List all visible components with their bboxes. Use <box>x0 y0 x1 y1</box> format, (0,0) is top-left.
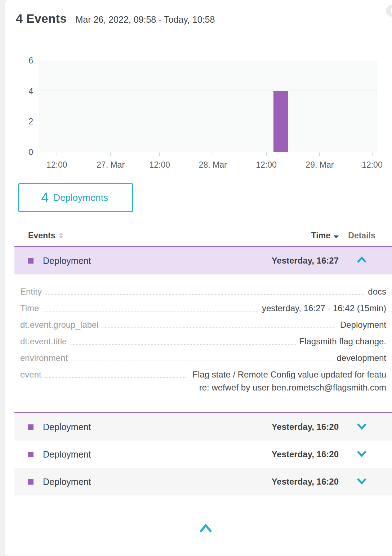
detail-value: Flag state / Remote Config value updated… <box>190 368 386 394</box>
x-axis-tick-label: 12:00 <box>34 160 80 170</box>
x-axis-tick-label: 12:00 <box>349 160 392 170</box>
detail-value: Deployment <box>340 318 386 331</box>
detail-row: Timeyesterday, 16:27 - 16:42 (15min) <box>20 302 386 315</box>
x-axis-tick-label: 29. Mar <box>296 160 343 170</box>
detail-row: environmentdevelopment <box>20 352 386 365</box>
event-type-label: Deployment <box>43 477 249 487</box>
page-title: 4 Events <box>16 12 67 26</box>
collapse-list-button[interactable] <box>198 523 214 535</box>
deployment-marker-icon <box>28 424 34 430</box>
chevron-down-icon[interactable] <box>339 423 385 431</box>
dotted-leader <box>43 302 258 312</box>
deployments-swatch-icon <box>26 190 35 205</box>
y-axis-tick-label: 4 <box>17 87 33 96</box>
column-header-details: Details <box>339 231 385 241</box>
event-time: Yesterday, 16:20 <box>249 422 339 432</box>
event-type-label: Deployment <box>43 256 249 266</box>
y-axis-tick-label: 2 <box>17 117 33 127</box>
detail-label: event <box>20 368 41 381</box>
events-bar-chart <box>39 61 377 152</box>
deployment-marker-icon <box>28 479 34 485</box>
event-row[interactable]: DeploymentYesterday, 16:20 <box>14 413 392 441</box>
detail-row: Entitydocs <box>20 285 386 298</box>
x-axis-tick-label: 28. Mar <box>190 160 236 170</box>
event-row-expanded[interactable]: Deployment Yesterday, 16:27 <box>14 247 392 274</box>
detail-row: dt.event.titleFlagsmith flag change. <box>20 335 386 348</box>
x-axis-tick-label: 12:00 <box>136 160 183 170</box>
x-axis-tick-label: 12:00 <box>243 160 290 170</box>
detail-label: Time <box>20 302 39 315</box>
table-header-row: Events Time Details <box>14 225 392 246</box>
date-range: Mar 26, 2022, 09:58 - Today, 10:58 <box>75 14 215 25</box>
event-row[interactable]: DeploymentYesterday, 16:20 <box>14 468 392 495</box>
chevron-down-icon[interactable] <box>339 450 385 459</box>
sort-desc-icon <box>334 235 339 238</box>
dotted-leader <box>45 285 364 295</box>
event-time: Yesterday, 16:27 <box>249 256 339 266</box>
dotted-leader <box>102 318 337 328</box>
y-axis-tick-label: 0 <box>17 147 33 157</box>
event-row[interactable]: DeploymentYesterday, 16:20 <box>14 441 392 468</box>
event-time: Yesterday, 16:20 <box>249 449 339 459</box>
event-type-label: Deployment <box>43 449 249 460</box>
column-header-time[interactable]: Time <box>249 231 339 241</box>
detail-label: dt.event.group_label <box>20 318 99 331</box>
chevron-up-icon[interactable] <box>339 256 385 265</box>
detail-value: Flagsmith flag change. <box>299 335 386 348</box>
legend-count: 4 <box>41 190 49 206</box>
detail-value: development <box>337 352 386 365</box>
bar-deployments[interactable] <box>273 91 288 152</box>
deployment-marker-icon <box>28 258 34 264</box>
panel-header: 4 Events Mar 26, 2022, 09:58 - Today, 10… <box>16 12 215 26</box>
detail-label: dt.event.title <box>20 335 67 348</box>
events-table: Events Time Details Deployment Yesterday… <box>14 225 392 495</box>
events-header-label: Events <box>28 231 55 241</box>
time-header-label: Time <box>311 231 330 240</box>
legend-label: Deployments <box>53 192 108 203</box>
detail-value: yesterday, 16:27 - 16:42 (15min) <box>262 302 386 315</box>
event-type-label: Deployment <box>43 422 249 432</box>
y-axis-tick-label: 6 <box>17 56 33 66</box>
dotted-leader <box>70 335 295 345</box>
detail-value: docs <box>368 285 386 298</box>
dotted-leader <box>45 368 186 378</box>
expanded-event-group: Deployment Yesterday, 16:27 EntitydocsTi… <box>14 246 392 413</box>
event-details: EntitydocsTimeyesterday, 16:27 - 16:42 (… <box>14 274 392 412</box>
event-time: Yesterday, 16:20 <box>249 477 339 487</box>
sort-icon <box>59 233 63 239</box>
detail-row: eventFlag state / Remote Config value up… <box>20 368 386 394</box>
chevron-up-icon <box>199 524 213 534</box>
detail-label: Entity <box>20 285 42 298</box>
dotted-leader <box>71 352 333 361</box>
x-axis-tick-label: 27. Mar <box>87 160 134 170</box>
chevron-down-icon[interactable] <box>339 477 385 486</box>
legend-deployments-toggle[interactable]: 4 Deployments <box>18 183 133 212</box>
column-header-events[interactable]: Events <box>28 231 249 241</box>
detail-label: environment <box>20 352 68 365</box>
deployment-marker-icon <box>28 452 34 457</box>
detail-row: dt.event.group_labelDeployment <box>20 318 386 331</box>
